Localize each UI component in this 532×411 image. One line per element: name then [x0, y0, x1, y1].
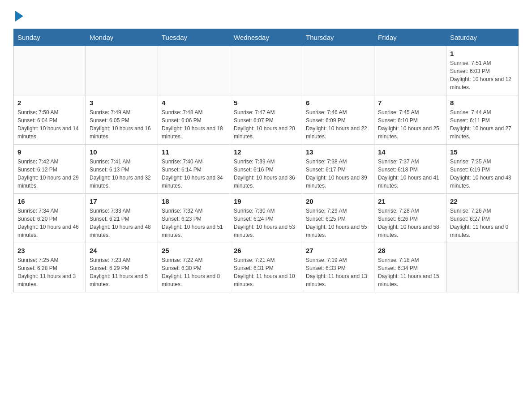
day-of-week-header: Thursday — [302, 29, 374, 46]
day-detail: Sunrise: 7:37 AMSunset: 6:18 PMDaylight:… — [378, 158, 442, 190]
calendar-day-cell: 14Sunrise: 7:37 AMSunset: 6:18 PMDayligh… — [374, 145, 446, 194]
calendar-day-cell: 27Sunrise: 7:19 AMSunset: 6:33 PMDayligh… — [302, 243, 374, 292]
day-detail: Sunrise: 7:18 AMSunset: 6:34 PMDaylight:… — [378, 256, 442, 288]
calendar-day-cell: 7Sunrise: 7:45 AMSunset: 6:10 PMDaylight… — [374, 95, 446, 145]
day-of-week-header: Friday — [374, 29, 446, 46]
day-number: 1 — [450, 50, 515, 57]
day-detail: Sunrise: 7:29 AMSunset: 6:25 PMDaylight:… — [306, 207, 370, 239]
day-number: 3 — [90, 99, 154, 107]
day-number: 22 — [450, 197, 515, 205]
calendar-day-cell: 5Sunrise: 7:47 AMSunset: 6:07 PMDaylight… — [230, 95, 302, 145]
calendar-day-cell: 28Sunrise: 7:18 AMSunset: 6:34 PMDayligh… — [374, 243, 446, 292]
calendar-day-cell — [302, 46, 374, 95]
calendar-day-cell: 9Sunrise: 7:42 AMSunset: 6:12 PMDaylight… — [14, 145, 86, 194]
day-of-week-header: Wednesday — [230, 29, 302, 46]
day-detail: Sunrise: 7:50 AMSunset: 6:04 PMDaylight:… — [17, 108, 82, 141]
calendar-day-cell: 17Sunrise: 7:33 AMSunset: 6:21 PMDayligh… — [86, 194, 158, 243]
day-number: 10 — [90, 148, 154, 156]
day-detail: Sunrise: 7:40 AMSunset: 6:14 PMDaylight:… — [162, 158, 226, 190]
calendar-day-cell: 24Sunrise: 7:23 AMSunset: 6:29 PMDayligh… — [86, 243, 158, 292]
calendar-day-cell: 1Sunrise: 7:51 AMSunset: 6:03 PMDaylight… — [446, 46, 519, 95]
calendar-day-cell: 22Sunrise: 7:26 AMSunset: 6:27 PMDayligh… — [446, 194, 519, 243]
day-number: 16 — [17, 197, 82, 205]
day-number: 12 — [234, 148, 298, 156]
day-number: 8 — [450, 99, 515, 107]
day-detail: Sunrise: 7:44 AMSunset: 6:11 PMDaylight:… — [450, 108, 515, 141]
calendar-day-cell — [158, 46, 230, 95]
day-detail: Sunrise: 7:19 AMSunset: 6:33 PMDaylight:… — [306, 256, 370, 288]
day-detail: Sunrise: 7:49 AMSunset: 6:05 PMDaylight:… — [90, 108, 154, 141]
day-detail: Sunrise: 7:33 AMSunset: 6:21 PMDaylight:… — [90, 207, 154, 239]
day-number: 14 — [378, 148, 442, 156]
calendar-week-row: 23Sunrise: 7:25 AMSunset: 6:28 PMDayligh… — [14, 243, 519, 292]
day-detail: Sunrise: 7:23 AMSunset: 6:29 PMDaylight:… — [90, 256, 154, 288]
day-detail: Sunrise: 7:41 AMSunset: 6:13 PMDaylight:… — [90, 158, 154, 190]
day-number: 6 — [306, 99, 370, 107]
day-detail: Sunrise: 7:38 AMSunset: 6:17 PMDaylight:… — [306, 158, 370, 190]
day-detail: Sunrise: 7:39 AMSunset: 6:16 PMDaylight:… — [234, 158, 298, 190]
calendar-day-cell: 20Sunrise: 7:29 AMSunset: 6:25 PMDayligh… — [302, 194, 374, 243]
day-detail: Sunrise: 7:45 AMSunset: 6:10 PMDaylight:… — [378, 108, 442, 141]
day-number: 27 — [306, 247, 370, 254]
calendar-table: SundayMondayTuesdayWednesdayThursdayFrid… — [13, 29, 519, 292]
calendar-day-cell: 18Sunrise: 7:32 AMSunset: 6:23 PMDayligh… — [158, 194, 230, 243]
calendar-day-cell: 12Sunrise: 7:39 AMSunset: 6:16 PMDayligh… — [230, 145, 302, 194]
calendar-day-cell — [446, 243, 519, 292]
logo-arrow-icon — [15, 11, 23, 21]
day-number: 4 — [162, 99, 226, 107]
logo — [13, 9, 23, 20]
calendar-day-cell: 2Sunrise: 7:50 AMSunset: 6:04 PMDaylight… — [14, 95, 86, 145]
calendar-day-cell: 15Sunrise: 7:35 AMSunset: 6:19 PMDayligh… — [446, 145, 519, 194]
calendar-day-cell: 8Sunrise: 7:44 AMSunset: 6:11 PMDaylight… — [446, 95, 519, 145]
day-detail: Sunrise: 7:25 AMSunset: 6:28 PMDaylight:… — [17, 256, 82, 288]
day-detail: Sunrise: 7:22 AMSunset: 6:30 PMDaylight:… — [162, 256, 226, 288]
day-number: 21 — [378, 197, 442, 205]
day-detail: Sunrise: 7:48 AMSunset: 6:06 PMDaylight:… — [162, 108, 226, 141]
day-number: 23 — [17, 247, 82, 254]
calendar-day-cell — [230, 46, 302, 95]
day-detail: Sunrise: 7:42 AMSunset: 6:12 PMDaylight:… — [17, 158, 82, 190]
calendar-week-row: 9Sunrise: 7:42 AMSunset: 6:12 PMDaylight… — [14, 145, 519, 194]
day-number: 9 — [17, 148, 82, 156]
day-number: 24 — [90, 247, 154, 254]
day-detail: Sunrise: 7:21 AMSunset: 6:31 PMDaylight:… — [234, 256, 298, 288]
day-detail: Sunrise: 7:28 AMSunset: 6:26 PMDaylight:… — [378, 207, 442, 239]
calendar-day-cell: 23Sunrise: 7:25 AMSunset: 6:28 PMDayligh… — [14, 243, 86, 292]
calendar-week-row: 16Sunrise: 7:34 AMSunset: 6:20 PMDayligh… — [14, 194, 519, 243]
day-detail: Sunrise: 7:34 AMSunset: 6:20 PMDaylight:… — [17, 207, 82, 239]
calendar-day-cell: 3Sunrise: 7:49 AMSunset: 6:05 PMDaylight… — [86, 95, 158, 145]
day-number: 28 — [378, 247, 442, 254]
calendar-day-cell — [374, 46, 446, 95]
page-header — [13, 9, 519, 20]
calendar-day-cell: 19Sunrise: 7:30 AMSunset: 6:24 PMDayligh… — [230, 194, 302, 243]
day-of-week-header: Tuesday — [158, 29, 230, 46]
day-number: 11 — [162, 148, 226, 156]
day-number: 2 — [17, 99, 82, 107]
day-detail: Sunrise: 7:46 AMSunset: 6:09 PMDaylight:… — [306, 108, 370, 141]
calendar-day-cell: 6Sunrise: 7:46 AMSunset: 6:09 PMDaylight… — [302, 95, 374, 145]
day-number: 17 — [90, 197, 154, 205]
day-number: 18 — [162, 197, 226, 205]
day-number: 25 — [162, 247, 226, 254]
day-of-week-header: Sunday — [14, 29, 86, 46]
calendar-day-cell: 16Sunrise: 7:34 AMSunset: 6:20 PMDayligh… — [14, 194, 86, 243]
day-number: 15 — [450, 148, 515, 156]
calendar-header-row: SundayMondayTuesdayWednesdayThursdayFrid… — [14, 29, 519, 46]
day-number: 5 — [234, 99, 298, 107]
day-detail: Sunrise: 7:47 AMSunset: 6:07 PMDaylight:… — [234, 108, 298, 141]
day-of-week-header: Monday — [86, 29, 158, 46]
calendar-day-cell: 26Sunrise: 7:21 AMSunset: 6:31 PMDayligh… — [230, 243, 302, 292]
day-detail: Sunrise: 7:35 AMSunset: 6:19 PMDaylight:… — [450, 158, 515, 190]
day-detail: Sunrise: 7:32 AMSunset: 6:23 PMDaylight:… — [162, 207, 226, 239]
day-number: 13 — [306, 148, 370, 156]
day-number: 7 — [378, 99, 442, 107]
day-number: 20 — [306, 197, 370, 205]
day-detail: Sunrise: 7:30 AMSunset: 6:24 PMDaylight:… — [234, 207, 298, 239]
calendar-week-row: 2Sunrise: 7:50 AMSunset: 6:04 PMDaylight… — [14, 95, 519, 145]
calendar-day-cell — [86, 46, 158, 95]
day-number: 19 — [234, 197, 298, 205]
calendar-day-cell: 21Sunrise: 7:28 AMSunset: 6:26 PMDayligh… — [374, 194, 446, 243]
calendar-day-cell: 11Sunrise: 7:40 AMSunset: 6:14 PMDayligh… — [158, 145, 230, 194]
day-number: 26 — [234, 247, 298, 254]
calendar-day-cell: 25Sunrise: 7:22 AMSunset: 6:30 PMDayligh… — [158, 243, 230, 292]
